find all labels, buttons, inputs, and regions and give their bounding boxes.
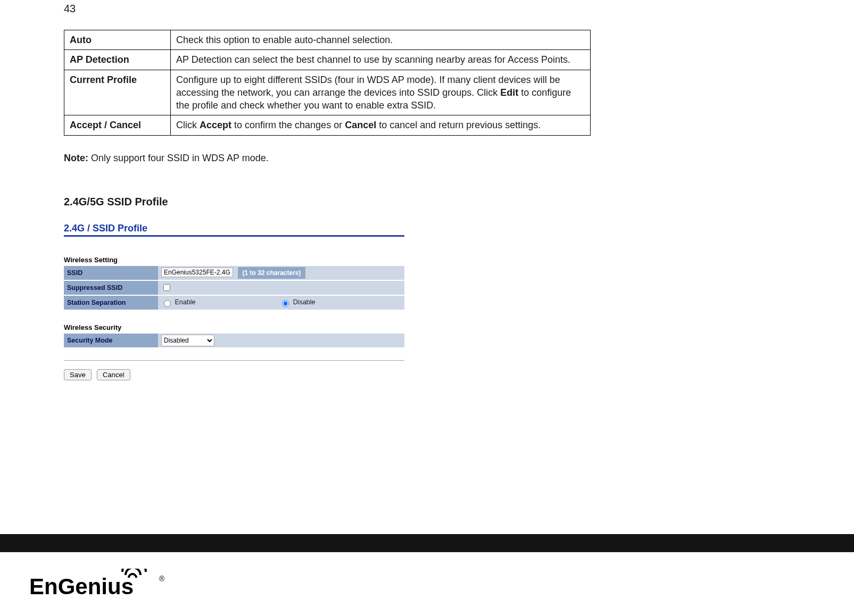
suppressed-ssid-row: Suppressed SSID [64, 281, 404, 295]
table-term: Auto [64, 30, 171, 50]
desc-bold: Cancel [345, 120, 376, 130]
desc-bold: Accept [200, 120, 231, 130]
wireless-security-heading: Wireless Security [64, 323, 404, 331]
station-separation-disable-radio[interactable] [282, 300, 289, 307]
table-row: Current ProfileConfigure up to eight dif… [64, 70, 591, 115]
table-row: AutoCheck this option to enable auto-cha… [64, 30, 591, 50]
panel-title: 2.4G / SSID Profile [64, 223, 404, 237]
desc-text: to cancel and return previous settings. [376, 120, 541, 130]
ssid-hint: (1 to 32 characters) [238, 267, 305, 279]
suppressed-ssid-label: Suppressed SSID [64, 281, 158, 295]
suppressed-ssid-checkbox[interactable] [163, 284, 170, 291]
save-button[interactable]: Save [64, 369, 92, 380]
ssid-profile-panel: 2.4G / SSID Profile Wireless Setting SSI… [64, 223, 404, 380]
security-mode-label: Security Mode [64, 334, 158, 347]
security-mode-row: Security Mode Disabled [64, 334, 404, 347]
wireless-setting-heading: Wireless Setting [64, 256, 404, 264]
station-separation-row: Station Separation Enable Disable [64, 296, 404, 310]
ssid-input[interactable] [161, 268, 233, 277]
table-description: Click Accept to confirm the changes or C… [171, 115, 591, 135]
desc-text: AP Detection can select the best channel… [176, 54, 570, 65]
ssid-row: SSID (1 to 32 characters) [64, 266, 404, 280]
page-number: 43 [64, 3, 790, 15]
panel-divider [64, 360, 404, 361]
station-separation-disable-label: Disable [293, 298, 316, 306]
desc-text: Click [176, 120, 200, 130]
section-heading: 2.4G/5G SSID Profile [64, 196, 790, 208]
note-label: Note: [64, 153, 88, 163]
table-row: Accept / CancelClick Accept to confirm t… [64, 115, 591, 135]
station-separation-enable-radio[interactable] [164, 300, 171, 307]
desc-text: Check this option to enable auto-channel… [176, 35, 393, 45]
note-text: Only support four SSID in WDS AP mode. [88, 153, 269, 163]
desc-bold: Edit [500, 87, 518, 98]
table-description: Configure up to eight different SSIDs (f… [171, 70, 591, 115]
table-description: AP Detection can select the best channel… [171, 50, 591, 70]
table-term: AP Detection [64, 50, 171, 70]
table-term: Accept / Cancel [64, 115, 171, 135]
wireless-setting-table: SSID (1 to 32 characters) Suppressed SSI… [64, 265, 404, 311]
wireless-security-table: Security Mode Disabled [64, 332, 404, 348]
security-mode-select[interactable]: Disabled [161, 335, 214, 346]
desc-text: to confirm the changes or [231, 120, 345, 130]
table-row: AP DetectionAP Detection can select the … [64, 50, 591, 70]
station-separation-enable-label: Enable [175, 298, 195, 306]
description-table: AutoCheck this option to enable auto-cha… [64, 30, 591, 136]
ssid-label: SSID [64, 266, 158, 280]
station-separation-label: Station Separation [64, 296, 158, 310]
table-term: Current Profile [64, 70, 171, 115]
cancel-button[interactable]: Cancel [97, 369, 130, 380]
note-paragraph: Note: Only support four SSID in WDS AP m… [64, 153, 790, 164]
table-description: Check this option to enable auto-channel… [171, 30, 591, 50]
